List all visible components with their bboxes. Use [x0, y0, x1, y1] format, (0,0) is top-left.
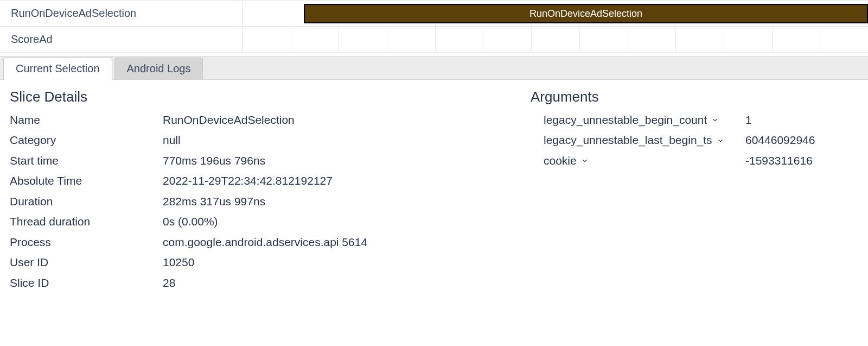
track-body[interactable]: RunOnDeviceAdSelection: [243, 1, 868, 26]
detail-key: Thread duration: [10, 213, 163, 230]
detail-value[interactable]: 10250: [163, 254, 531, 270]
tab-current-selection[interactable]: Current Selection: [3, 58, 112, 80]
detail-key: User ID: [10, 254, 163, 270]
detail-value[interactable]: 770ms 196us 796ns: [163, 153, 531, 169]
slice-details-list: NameRunOnDeviceAdSelectionCategorynullSt…: [10, 112, 531, 291]
track-body[interactable]: [243, 27, 868, 52]
details-left-column: Slice Details NameRunOnDeviceAdSelection…: [10, 87, 531, 295]
argument-row: cookie-1593311616: [544, 153, 868, 169]
argument-key: legacy_unnestable_begin_count: [544, 112, 707, 128]
detail-value[interactable]: 282ms 317us 997ns: [163, 193, 531, 210]
argument-key-wrap: cookie: [544, 153, 745, 169]
details-panel: Slice Details NameRunOnDeviceAdSelection…: [0, 80, 868, 295]
detail-row: NameRunOnDeviceAdSelection: [10, 112, 531, 128]
detail-key: Slice ID: [10, 275, 163, 291]
argument-value[interactable]: -1593311616: [745, 153, 868, 169]
argument-value[interactable]: 1: [745, 112, 868, 128]
detail-value[interactable]: 2022-11-29T22:34:42.812192127: [163, 173, 531, 189]
tab-label: Current Selection: [16, 62, 100, 74]
tabstrip: Current SelectionAndroid Logs: [0, 56, 868, 80]
detail-row: Absolute Time2022-11-29T22:34:42.8121921…: [10, 173, 531, 189]
argument-key: cookie: [544, 153, 577, 169]
timeline: RunOnDeviceAdSelection RunOnDeviceAdSele…: [0, 0, 868, 53]
track-row-scoread: ScoreAd: [0, 27, 868, 53]
detail-key: Process: [10, 234, 163, 250]
detail-value[interactable]: null: [163, 132, 531, 148]
track-label[interactable]: RunOnDeviceAdSelection: [0, 1, 243, 26]
chevron-down-icon[interactable]: [581, 157, 589, 165]
argument-row: legacy_unnestable_last_begin_ts604460929…: [544, 132, 868, 148]
detail-row: User ID10250: [10, 254, 531, 270]
argument-row: legacy_unnestable_begin_count1: [544, 112, 868, 128]
detail-value[interactable]: RunOnDeviceAdSelection: [163, 112, 531, 128]
detail-row: Start time770ms 196us 796ns: [10, 153, 531, 169]
tab-label: Android Logs: [127, 62, 191, 74]
track-label[interactable]: ScoreAd: [0, 27, 243, 52]
detail-key: Duration: [10, 193, 163, 210]
argument-key-wrap: legacy_unnestable_begin_count: [544, 112, 745, 128]
tab-android-logs[interactable]: Android Logs: [114, 58, 203, 80]
track-row-runondeviceadselection: RunOnDeviceAdSelection RunOnDeviceAdSele…: [0, 1, 868, 27]
argument-key-wrap: legacy_unnestable_last_begin_ts: [544, 132, 745, 148]
slice-bar-runondeviceadselection[interactable]: RunOnDeviceAdSelection: [304, 4, 868, 23]
detail-key: Category: [10, 132, 163, 148]
detail-row: Thread duration0s (0.00%): [10, 213, 531, 230]
detail-value[interactable]: 28: [163, 275, 531, 291]
chevron-down-icon[interactable]: [711, 116, 719, 124]
detail-row: Categorynull: [10, 132, 531, 148]
arguments-list: legacy_unnestable_begin_count1legacy_unn…: [531, 112, 868, 169]
track-ticks: [243, 27, 868, 52]
detail-row: Processcom.google.android.adservices.api…: [10, 234, 531, 250]
detail-value[interactable]: 0s (0.00%): [163, 213, 531, 230]
detail-key: Start time: [10, 153, 163, 169]
details-right-column: Arguments legacy_unnestable_begin_count1…: [531, 87, 868, 295]
detail-row: Duration282ms 317us 997ns: [10, 193, 531, 210]
detail-row: Slice ID28: [10, 275, 531, 291]
detail-key: Name: [10, 112, 163, 128]
slice-bar-label: RunOnDeviceAdSelection: [529, 8, 642, 20]
argument-key: legacy_unnestable_last_begin_ts: [544, 132, 712, 148]
slice-details-title: Slice Details: [10, 89, 531, 105]
detail-key: Absolute Time: [10, 173, 163, 189]
arguments-title: Arguments: [531, 89, 868, 105]
detail-value[interactable]: com.google.android.adservices.api 5614: [163, 234, 531, 250]
argument-value[interactable]: 60446092946: [745, 132, 868, 148]
chevron-down-icon[interactable]: [717, 137, 724, 144]
